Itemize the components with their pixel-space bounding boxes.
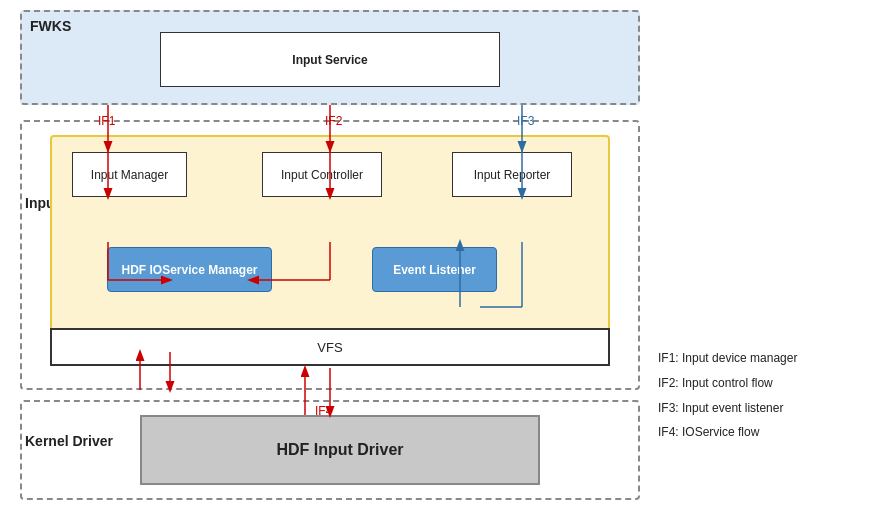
input-manager-box: Input Manager [72,152,187,197]
kernel-label: Kernel Driver [25,433,113,449]
fwks-section: Input Service [20,10,640,105]
legend-if4: IF4: IOService flow [658,424,878,441]
hdf-driver-box: HDF Input Driver [140,415,540,485]
diagram-container: Input Service FWKS Input-HDI Input Manag… [0,0,896,513]
input-service-box: Input Service [160,32,500,87]
inner-yellow-area: Input Manager Input Controller Input Rep… [50,135,610,350]
vfs-box: VFS [50,328,610,366]
input-service-label: Input Service [292,53,367,67]
hdf-ioservice-box: HDF IOService Manager [107,247,272,292]
event-listener-box: Event Listener [372,247,497,292]
fwks-label: FWKS [30,18,71,34]
input-reporter-box: Input Reporter [452,152,572,197]
legend-if2: IF2: Input control flow [658,375,878,392]
legend: IF1: Input device manager IF2: Input con… [658,350,878,449]
legend-if1: IF1: Input device manager [658,350,878,367]
input-controller-box: Input Controller [262,152,382,197]
legend-if3: IF3: Input event listener [658,400,878,417]
